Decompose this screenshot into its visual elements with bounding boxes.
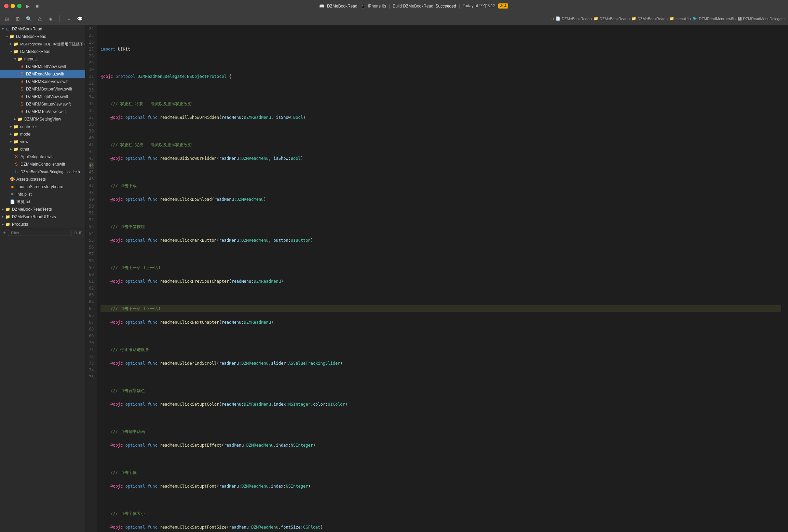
sidebar-bottom-bar: + ⊙ ⊞	[0, 228, 85, 237]
sidebar-item-products[interactable]: ▼ 📁 Products	[0, 221, 85, 228]
sidebar-item-launchscreen[interactable]: ■ LaunchScreen.storyboard	[0, 183, 85, 191]
line-number: 42	[89, 148, 94, 155]
sidebar-item-qiumo[interactable]: 📄 求魔.txt	[0, 198, 85, 206]
line-number: 49	[89, 196, 94, 203]
sidebar-item-dzmrmbottomview[interactable]: S DZMRMBottomView.swift	[0, 85, 85, 93]
sidebar-label: Info.plist	[16, 192, 32, 197]
add-icon[interactable]: +	[3, 230, 6, 236]
sidebar-item-mbprogress[interactable]: ▼ 📁 MBProgressHUD(...时使用用于阻挡下)	[0, 40, 85, 48]
search-icon[interactable]: 🔍	[25, 15, 32, 22]
sidebar-label: LaunchScreen.storyboard	[16, 184, 63, 189]
folder-icon: 📁	[13, 132, 19, 137]
sidebar-item-assets[interactable]: 🎨 Assets.xcassets	[0, 176, 85, 183]
line-number: 45	[89, 169, 94, 176]
sidebar-label: DZMeBookReadTests	[12, 207, 52, 212]
swift-file-icon: S	[19, 79, 25, 84]
sidebar-label: Products	[12, 222, 28, 227]
code-line-41: /// 点击上一章 (上一话)	[100, 264, 781, 271]
sidebar-item-uitests[interactable]: ▼ 📁 DZMeBookReadUITests	[0, 213, 85, 221]
plist-icon: ≡	[10, 192, 15, 197]
chevron-icon: ▼	[9, 148, 13, 151]
line-number: 48	[89, 189, 94, 196]
breadcrumb-4: DZMReadMenu.swift	[699, 17, 734, 21]
sidebar-item-dzmrmleftview[interactable]: S DZMRMLeftView.swift	[0, 63, 85, 70]
folder-icon: 📁	[5, 207, 11, 212]
line-number: 31	[89, 73, 94, 80]
sidebar-item-dzmebookread-folder[interactable]: ▼ 📁 DZMeBookRead	[0, 33, 85, 40]
sidebar-label: DZMRMLightView.swift	[26, 94, 68, 99]
line-number: 64	[89, 298, 94, 305]
minimize-button[interactable]	[11, 4, 15, 8]
folder-icon: 📁	[13, 139, 19, 144]
sidebar: ▼ ⊟ DZMeBookRead ▼ 📁 DZMeBookRead ▼ 📁 MB…	[0, 25, 85, 532]
divider1	[59, 15, 60, 22]
nav-forward[interactable]: ›	[553, 17, 554, 21]
sidebar-label: menuUI	[24, 57, 39, 61]
chevron-icon: ▼	[9, 140, 13, 143]
sidebar-item-dzmrmsettingview[interactable]: ▼ 📁 DZMRMSettingView	[0, 115, 85, 123]
sidebar-item-tests[interactable]: ▼ 📁 DZMeBookReadTests	[0, 206, 85, 213]
code-area: 24 25 26 27 28 29 30 31 32 33 34 35 36 3…	[85, 25, 788, 532]
bc-sep4: ›	[690, 17, 691, 21]
sidebar-item-dzmebook-inner[interactable]: ▼ 📁 DZMeBookRead	[0, 48, 85, 55]
folder-icon4: 📁	[669, 16, 674, 21]
sidebar-item-appdelegate[interactable]: S AppDelegate.swift	[0, 153, 85, 160]
nav-back[interactable]: ‹	[550, 17, 552, 21]
sidebar-item-dzmreadmenu[interactable]: S DZMReadMenu.swift	[0, 70, 85, 78]
line-number: 72	[89, 353, 94, 360]
sidebar-item-other[interactable]: ▼ 📁 other	[0, 145, 85, 153]
sidebar-label: DZMeBookRead	[16, 34, 46, 39]
sidebar-label: DZMMainController.swift	[21, 162, 65, 167]
comment-icon[interactable]: 💬	[76, 15, 83, 22]
folder-icon[interactable]: 🗂	[3, 15, 10, 22]
code-line-38: /// 点击书签按钮	[100, 223, 781, 230]
filter-mode-icon[interactable]: ⊞	[79, 230, 82, 235]
line-number: 41	[89, 141, 94, 148]
stop-icon[interactable]: ■	[34, 3, 41, 10]
sidebar-item-dzmebookread-root[interactable]: ▼ ⊟ DZMeBookRead	[0, 25, 85, 33]
play-icon[interactable]: ▶	[24, 3, 31, 10]
bc-sep3: ›	[667, 17, 668, 21]
sidebar-item-dzmrmlightview[interactable]: S DZMRMLightView.swift	[0, 93, 85, 100]
sidebar-label: DZMRMLeftView.swift	[26, 64, 66, 69]
list-icon[interactable]: ≡	[65, 15, 72, 22]
line-number: 74	[89, 367, 94, 374]
hierarchy-icon[interactable]: ⊞	[14, 15, 21, 22]
sidebar-item-view[interactable]: ▼ 📁 view	[0, 138, 85, 145]
code-line-57: @objc optional func readMenuClickSetuptF…	[100, 483, 781, 490]
filter-input[interactable]	[8, 230, 71, 236]
folder-icon: 📁	[5, 214, 11, 219]
maximize-button[interactable]	[17, 4, 22, 8]
sidebar-item-infoplist[interactable]: ≡ Info.plist	[0, 191, 85, 198]
code-line-58	[100, 496, 781, 503]
app-icon: 📖	[319, 4, 324, 9]
code-line-43	[100, 292, 781, 298]
line-number: 36	[89, 107, 94, 114]
line-number: 37	[89, 114, 94, 121]
code-line-28	[100, 87, 781, 94]
warning-icon[interactable]: ⚠	[36, 15, 43, 22]
code-line-27: @objc protocol DZMReadMenuDelegate:NSObj…	[100, 73, 781, 80]
filter-options-icon[interactable]: ⊙	[73, 230, 77, 235]
bc-sep1: ›	[591, 17, 592, 21]
line-number: 44	[89, 162, 94, 169]
swift-file-icon: S	[19, 109, 25, 114]
sidebar-item-model[interactable]: ▼ 📁 model	[0, 130, 85, 138]
close-button[interactable]	[4, 4, 9, 8]
sidebar-item-bridging[interactable]: h DZMeBookRead-Bridging-Header.h	[0, 168, 85, 176]
line-number: 68	[89, 326, 94, 333]
sidebar-label: other	[20, 147, 29, 152]
sidebar-item-dzmrmtopview[interactable]: S DZMRMTopView.swift	[0, 108, 85, 115]
code-line-30: @objc optional func readMenuWillShowOrHi…	[100, 114, 781, 121]
sidebar-item-menuui[interactable]: ▼ 📁 menuUI	[0, 55, 85, 63]
line-number: 73	[89, 360, 94, 367]
traffic-lights[interactable]	[4, 4, 22, 8]
sidebar-item-dzmrmstatusview[interactable]: S DZMRMStatusView.swift	[0, 100, 85, 108]
sidebar-label: DZMeBookRead	[12, 27, 42, 31]
warning-badge[interactable]: ⚠ 4	[498, 3, 508, 9]
sidebar-item-controller[interactable]: ▼ 📁 controller	[0, 123, 85, 130]
sidebar-item-dzmrmbaseview[interactable]: S DZMRMBaseView.swift	[0, 78, 85, 85]
chevron-icon: ▼	[9, 125, 13, 128]
source-icon[interactable]: ◈	[47, 15, 54, 22]
sidebar-item-dzmmain[interactable]: S DZMMainController.swift	[0, 160, 85, 168]
